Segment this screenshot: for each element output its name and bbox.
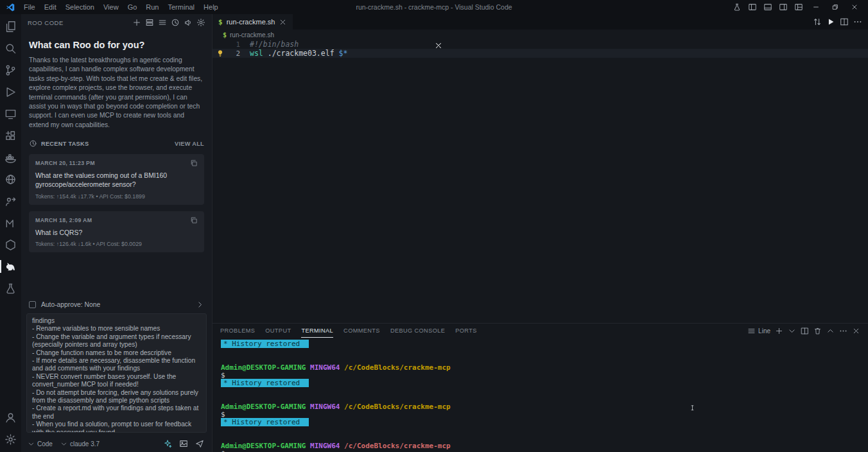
copy-task-icon[interactable] (190, 159, 198, 167)
overlay-close-icon[interactable] (434, 41, 443, 50)
enhance-prompt-icon[interactable] (163, 439, 172, 448)
accounts-icon (4, 412, 17, 424)
panel-more-icon[interactable] (839, 327, 847, 335)
kill-terminal-icon[interactable] (813, 327, 822, 335)
split-terminal-icon[interactable] (801, 327, 809, 335)
menu-help[interactable]: Help (199, 0, 223, 14)
code-line-2[interactable]: 2wsl ./crackme03.elf $* (213, 49, 868, 58)
breadcrumb-file: run-crackme.sh (230, 31, 274, 39)
close-panel-icon[interactable] (852, 327, 860, 335)
maximize-panel-icon[interactable] (826, 327, 835, 335)
activity-item-hex-editor[interactable] (0, 234, 21, 256)
search-icon (4, 42, 17, 55)
panel-tab-output[interactable]: OUTPUT (265, 324, 291, 338)
run-debug-icon (4, 86, 17, 98)
auto-approve-row[interactable]: Auto-approve: None (21, 297, 212, 312)
panel-tab-ports[interactable]: PORTS (455, 324, 476, 338)
panel-tab-problems[interactable]: PROBLEMS (220, 324, 255, 338)
gutter (214, 49, 226, 57)
settings-icon[interactable] (196, 18, 205, 27)
panel-tab-comments[interactable]: COMMENTS (343, 324, 380, 338)
more-actions-icon[interactable] (853, 17, 862, 26)
recent-tasks-row: RECENT TASKS VIEW ALL (29, 139, 204, 148)
menu-run[interactable]: Run (141, 0, 163, 14)
menu-edit[interactable]: Edit (40, 0, 61, 14)
panel-header: PROBLEMSOUTPUTTERMINALCOMMENTSDEBUG CONS… (213, 324, 868, 338)
chevron-right-icon[interactable] (196, 300, 204, 309)
announcements-icon[interactable] (184, 18, 193, 27)
toggle-panel-icon[interactable] (760, 0, 776, 14)
task-meta: Tokens: ↑126.4k ↓1.6k • API Cost: $0.002… (35, 241, 198, 247)
open-changes-icon[interactable] (813, 17, 822, 26)
panel-tab-terminal[interactable]: TERMINAL (301, 324, 333, 338)
mcp-servers-icon[interactable] (145, 18, 154, 27)
line-number: 2 (226, 49, 240, 58)
copy-task-icon[interactable] (190, 216, 198, 224)
tab-close-icon[interactable] (279, 18, 287, 26)
menu-selection[interactable]: Selection (61, 0, 99, 14)
remote-explorer-icon (4, 108, 17, 120)
chevron-down-icon (28, 440, 35, 448)
activity-item-testing[interactable] (0, 277, 21, 299)
profile-label-text: Line (758, 327, 770, 335)
activity-item-live-share[interactable] (0, 190, 21, 212)
terminal-line: * History restored (221, 419, 868, 426)
terminal-profile-label[interactable]: Line (747, 327, 770, 335)
close-window-button[interactable] (845, 0, 864, 14)
customize-layout-icon[interactable] (791, 0, 806, 14)
menu-terminal[interactable]: Terminal (164, 0, 200, 14)
activity-item-search[interactable] (0, 37, 21, 59)
activity-item-accounts[interactable] (0, 406, 21, 428)
terminal-output[interactable]: * History restored Admin@DESKTOP-GAMING … (213, 338, 868, 452)
extension-dev-icon[interactable] (729, 0, 745, 14)
menu-file[interactable]: File (19, 0, 40, 14)
add-images-icon[interactable] (179, 439, 188, 448)
activity-item-settings[interactable] (0, 428, 21, 450)
hex-editor-icon (4, 239, 17, 251)
code-line-1[interactable]: 1#!/bin/bash (213, 40, 868, 49)
send-message-icon[interactable] (195, 439, 204, 448)
testing-icon (4, 282, 17, 295)
lightbulb-icon[interactable] (216, 49, 224, 57)
split-editor-icon[interactable] (840, 17, 849, 26)
activity-item-explorer[interactable] (0, 15, 21, 37)
vscode-window: FileEditSelectionViewGoRunTerminalHelp r… (0, 0, 868, 452)
task-card[interactable]: MARCH 20, 11:23 PMWhat are the values co… (29, 154, 204, 204)
activity-item-mcp-tools[interactable] (0, 212, 21, 234)
activity-item-run-debug[interactable] (0, 81, 21, 103)
line-number: 1 (226, 40, 240, 49)
toggle-secondary-sidebar-icon[interactable] (776, 0, 791, 14)
sidebar-bottom-bar: Code claude 3.7 (21, 435, 212, 452)
view-all-link[interactable]: VIEW ALL (175, 141, 204, 147)
mode-select[interactable]: Code (28, 440, 53, 448)
menu-go[interactable]: Go (123, 0, 142, 14)
new-terminal-icon[interactable] (775, 327, 783, 335)
vscode-logo-icon (6, 3, 15, 12)
terminal-line: * History restored (221, 379, 868, 387)
code-editor[interactable]: 1#!/bin/bash2wsl ./crackme03.elf $* (213, 40, 868, 323)
maximize-button[interactable] (826, 0, 845, 14)
task-meta: Tokens: ↑154.4k ↓17.7k • API Cost: $0.18… (35, 193, 198, 200)
auto-approve-checkbox[interactable] (29, 301, 36, 308)
breadcrumb[interactable]: $ run-crackme.sh (213, 30, 868, 40)
activity-item-remote-explorer[interactable] (0, 103, 21, 125)
chat-input[interactable]: findings - Rename variables to more sens… (26, 313, 207, 433)
prompts-icon[interactable] (158, 18, 167, 27)
model-select[interactable]: claude 3.7 (60, 440, 100, 448)
run-script-icon[interactable] (826, 17, 835, 26)
new-task-icon[interactable] (132, 18, 141, 27)
task-card[interactable]: MARCH 18, 2:09 AMWhat is CQRS?Tokens: ↑1… (29, 211, 204, 253)
panel-tabs: PROBLEMSOUTPUTTERMINALCOMMENTSDEBUG CONS… (220, 324, 487, 338)
activity-item-ports[interactable] (0, 168, 21, 190)
activity-item-extensions[interactable] (0, 125, 21, 146)
history-icon[interactable] (171, 18, 180, 27)
panel-tab-debug-console[interactable]: DEBUG CONSOLE (390, 324, 445, 338)
activity-item-containers[interactable] (0, 146, 21, 168)
tab-run-crackme-sh[interactable]: $ run-crackme.sh (213, 14, 293, 30)
menu-view[interactable]: View (99, 0, 123, 14)
terminal-dropdown-icon[interactable] (788, 327, 796, 335)
activity-item-source-control[interactable] (0, 59, 21, 81)
activity-item-roo-code[interactable] (0, 256, 21, 277)
toggle-sidebar-icon[interactable] (745, 0, 760, 14)
minimize-button[interactable] (806, 0, 826, 14)
